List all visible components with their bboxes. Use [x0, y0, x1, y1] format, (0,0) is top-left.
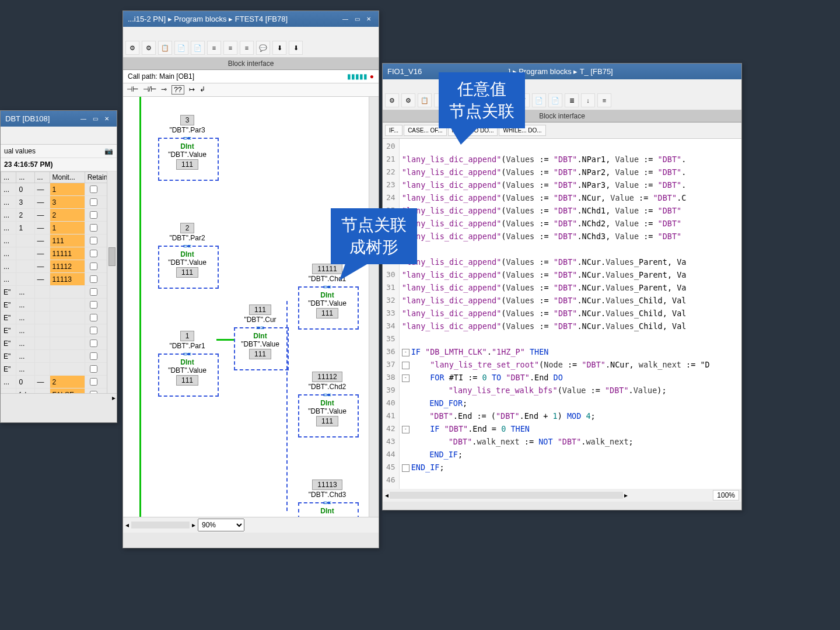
- scroll-thumb[interactable]: [108, 247, 116, 266]
- table-row[interactable]: ...—111: [1, 235, 117, 247]
- retain-checkbox[interactable]: [90, 314, 97, 321]
- retain-checkbox[interactable]: [90, 186, 97, 193]
- table-row[interactable]: ...—11113: [1, 273, 117, 286]
- dbt-table: ... ... ... Monit... Retain ...0—1...3—3…: [1, 172, 117, 393]
- code-area[interactable]: 2021222324252627282930313233343536373839…: [383, 139, 741, 489]
- hscrollbar[interactable]: [131, 522, 190, 528]
- hscroll-right[interactable]: ▸: [624, 491, 628, 499]
- dbt-titlebar[interactable]: DBT [DB108] — ▭ ✕: [1, 111, 117, 127]
- retain-checkbox[interactable]: [90, 211, 97, 219]
- contact-no-icon[interactable]: ⊣⊢: [127, 85, 138, 94]
- hscroll-left[interactable]: ◂: [385, 491, 388, 499]
- ftest4-titlebar[interactable]: ...i15-2 PN] ▸ Program blocks ▸ FTEST4 […: [123, 11, 379, 27]
- table-row[interactable]: E"...: [1, 286, 117, 299]
- retain-checkbox[interactable]: [90, 365, 97, 373]
- dash-chd3: [298, 502, 359, 517]
- block-interface-bar[interactable]: Block interface: [383, 110, 741, 123]
- retain-checkbox[interactable]: [90, 288, 97, 296]
- maximize-button[interactable]: ▭: [352, 15, 362, 23]
- tool-14[interactable]: ≡: [597, 93, 611, 107]
- minimize-button[interactable]: —: [78, 115, 89, 123]
- col-monitor[interactable]: Monit...: [50, 172, 85, 183]
- ftest4-title: ...i15-2 PN] ▸ Program blocks ▸ FTEST4 […: [128, 15, 288, 23]
- hscrollbar[interactable]: ▸: [1, 393, 117, 403]
- tool-10[interactable]: 📄: [532, 93, 546, 107]
- branch-open-icon[interactable]: ↦: [189, 85, 195, 94]
- table-row[interactable]: E"...: [1, 299, 117, 312]
- branch-close-icon[interactable]: ↲: [200, 85, 205, 94]
- ftest4-toolbar: ⚙ ⚙ 📋 📄 📄 ≡ ≡ ≡ 💬 ⬇ ⬇: [123, 38, 379, 58]
- tool-11[interactable]: 📄: [548, 93, 562, 107]
- table-row[interactable]: E"...: [1, 337, 117, 350]
- close-button[interactable]: ✕: [102, 115, 112, 123]
- retain-checkbox[interactable]: [90, 301, 97, 309]
- tool-6[interactable]: ≡: [207, 41, 221, 55]
- hscroll-left[interactable]: ◂: [125, 521, 129, 529]
- retain-checkbox[interactable]: [90, 352, 97, 360]
- tool-1[interactable]: ⚙: [385, 93, 399, 107]
- contact-nc-icon[interactable]: ⊣/⊢: [143, 85, 156, 94]
- vscrollbar[interactable]: [107, 172, 117, 393]
- hscrollbar[interactable]: [390, 492, 623, 499]
- table-row[interactable]: E"...: [1, 350, 117, 363]
- code-titlebar[interactable]: FIO1_V16 ____________________] ▸ Program…: [383, 64, 741, 79]
- tool-1[interactable]: ⚙: [125, 41, 139, 55]
- table-row[interactable]: ...—11111: [1, 247, 117, 260]
- tool-5[interactable]: 📄: [191, 41, 205, 55]
- tool-3[interactable]: 📋: [418, 93, 432, 107]
- retain-checkbox[interactable]: [90, 237, 97, 244]
- block-interface-bar[interactable]: Block interface: [123, 58, 379, 70]
- maximize-button[interactable]: ▭: [90, 115, 100, 123]
- table-row[interactable]: E"...: [1, 324, 117, 337]
- retain-checkbox[interactable]: [90, 224, 97, 232]
- tool-4[interactable]: 📄: [174, 41, 188, 55]
- retain-checkbox[interactable]: [90, 262, 97, 270]
- tool-12[interactable]: ≣: [565, 93, 579, 107]
- table-row[interactable]: ...0—1: [1, 183, 117, 196]
- dbt-table-scroll[interactable]: ... ... ... Monit... Retain ...0—1...3—3…: [1, 172, 117, 393]
- retain-checkbox[interactable]: [90, 340, 97, 347]
- retain-checkbox[interactable]: [90, 327, 97, 334]
- tool-8[interactable]: ≡: [240, 41, 254, 55]
- table-row[interactable]: ...3—3: [1, 196, 117, 209]
- tool-11[interactable]: ⬇: [289, 41, 303, 55]
- tool-2[interactable]: ⚙: [142, 41, 156, 55]
- retain-checkbox[interactable]: [90, 198, 97, 206]
- retain-checkbox[interactable]: [90, 250, 97, 257]
- col-1[interactable]: ...: [16, 172, 34, 183]
- tab-if[interactable]: IF...: [385, 125, 402, 136]
- code-text[interactable]: "lany_lis_dic_append"(Values := "DBT".NP…: [400, 139, 712, 489]
- table-row[interactable]: ...fal:—FALSE: [1, 388, 117, 394]
- table-row[interactable]: ...1—1: [1, 222, 117, 235]
- retain-checkbox[interactable]: [90, 378, 97, 386]
- power-rail: [139, 97, 141, 517]
- table-row[interactable]: ...2—2: [1, 209, 117, 222]
- zoom-display[interactable]: 100%: [713, 490, 739, 501]
- tool-7[interactable]: ≡: [223, 41, 237, 55]
- col-0[interactable]: ...: [1, 172, 16, 183]
- tool-13[interactable]: ↓: [581, 93, 595, 107]
- dash-chd1: [298, 286, 359, 330]
- retain-checkbox[interactable]: [90, 275, 97, 283]
- minimize-button[interactable]: —: [340, 15, 351, 23]
- snapshot-icon[interactable]: 📷: [104, 147, 113, 155]
- zoom-select[interactable]: 90%: [198, 519, 244, 531]
- coil-icon[interactable]: ⊸: [161, 85, 167, 94]
- code-window: FIO1_V16 ____________________] ▸ Program…: [382, 63, 742, 510]
- vscrollbar[interactable]: [369, 97, 379, 517]
- tool-2[interactable]: ⚙: [401, 93, 415, 107]
- ladder-diagram[interactable]: 3 "DBT".Par3 == DInt "DBT".Value 111 2 "…: [123, 97, 379, 517]
- hscroll-right[interactable]: ▸: [192, 521, 195, 529]
- table-row[interactable]: E"...: [1, 363, 117, 376]
- code-footer: ◂ ▸ 100%: [383, 489, 741, 502]
- tool-10[interactable]: ⬇: [272, 41, 286, 55]
- col-2[interactable]: ...: [34, 172, 50, 183]
- table-row[interactable]: ...0—2: [1, 376, 117, 388]
- box-icon[interactable]: ??: [172, 85, 184, 94]
- dbt-title: DBT [DB108]: [5, 114, 50, 123]
- tool-9[interactable]: 💬: [256, 41, 270, 55]
- tool-3[interactable]: 📋: [158, 41, 172, 55]
- table-row[interactable]: E"...: [1, 312, 117, 324]
- close-button[interactable]: ✕: [363, 15, 374, 23]
- table-row[interactable]: ...—11112: [1, 260, 117, 273]
